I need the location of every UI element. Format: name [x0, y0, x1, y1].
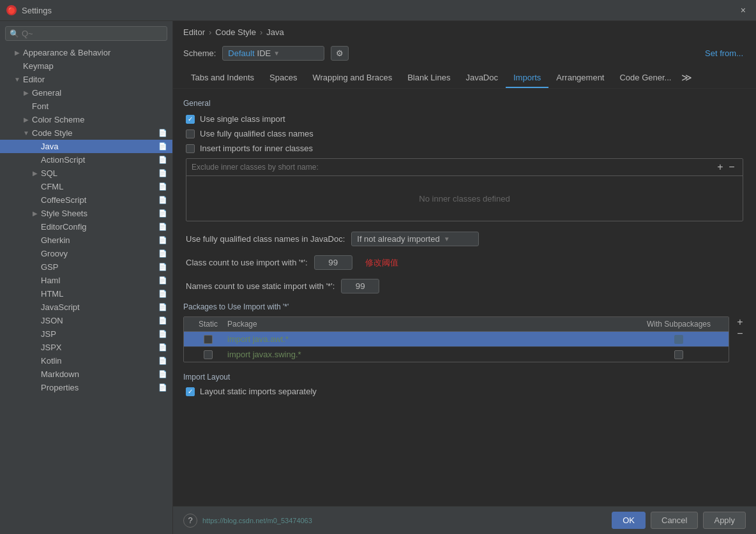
pkg-text-1: import java.awt.* [227, 334, 289, 344]
page-icon-jspx: 📄 [158, 343, 167, 352]
packages-with-actions: Static Package With Subpackages import j… [183, 316, 746, 362]
cancel-button[interactable]: Cancel [651, 512, 698, 529]
header-static: Static [189, 320, 227, 329]
sidebar-item-markdown[interactable]: Markdown📄 [0, 367, 172, 381]
sidebar-item-gsp[interactable]: GSP📄 [0, 260, 172, 274]
pkg-static-checkbox-1[interactable] [204, 335, 213, 344]
sidebar-item-editor[interactable]: ▼Editor [0, 73, 172, 86]
pkg-subpkg-checkbox-2[interactable] [674, 350, 683, 359]
sidebar-item-stylesheets[interactable]: ▶Style Sheets📄 [0, 207, 172, 220]
page-icon-cfml: 📄 [158, 182, 167, 191]
ok-button[interactable]: OK [612, 512, 646, 529]
inner-classes-input[interactable] [192, 163, 714, 172]
content-area: General Use single class import Use full… [173, 89, 756, 506]
set-from-link[interactable]: Set from... [705, 48, 743, 58]
sidebar-item-jsp[interactable]: JSP📄 [0, 327, 172, 341]
import-layout-section: Import Layout Layout static imports sepa… [183, 373, 746, 396]
add-inner-class-button[interactable]: + [714, 161, 726, 173]
sidebar-item-groovy[interactable]: Groovy📄 [0, 247, 172, 260]
scheme-dropdown[interactable]: Default IDE ▼ [222, 46, 324, 61]
tab-spaces[interactable]: Spaces [262, 68, 305, 88]
sidebar-item-haml[interactable]: Haml📄 [0, 274, 172, 287]
use-fully-qualified-checkbox[interactable] [186, 130, 195, 138]
add-package-button[interactable]: + [734, 316, 746, 328]
scheme-label: Scheme: [183, 48, 216, 58]
tab-overflow-button[interactable]: ≫ [679, 67, 695, 88]
packages-section: Packages to Use Import with '*' Static P… [183, 302, 746, 362]
sidebar-item-general[interactable]: ▶General [0, 86, 172, 100]
pkg-static-1 [189, 335, 227, 344]
sidebar-item-gherkin[interactable]: Gherkin📄 [0, 234, 172, 247]
sidebar-item-kotlin[interactable]: Kotlin📄 [0, 354, 172, 367]
sidebar-item-json[interactable]: JSON📄 [0, 314, 172, 327]
class-count-input[interactable] [314, 255, 352, 270]
sidebar-label-groovy: Groovy [41, 249, 156, 258]
sidebar-arrow-json [31, 316, 40, 325]
packages-table: Static Package With Subpackages import j… [183, 316, 729, 362]
sidebar-label-java: Java [41, 142, 156, 151]
sidebar-arrow-kotlin [31, 357, 40, 366]
breadcrumb-sep2: › [260, 27, 262, 37]
sidebar-item-sql[interactable]: ▶SQL📄 [0, 167, 172, 180]
sidebar-item-coffeescript[interactable]: CoffeeScript📄 [0, 193, 172, 207]
bottom-bar: ? https://blog.csdn.net/m0_53474063 OK C… [173, 506, 756, 534]
pkg-name-1: import java.awt.* [227, 334, 634, 344]
sidebar-item-java[interactable]: Java📄 [0, 140, 172, 153]
sidebar-label-codestyle: Code Style [32, 128, 156, 138]
sidebar-item-codestyle[interactable]: ▼Code Style📄 [0, 126, 172, 140]
sidebar-label-gsp: GSP [41, 262, 156, 272]
pkg-name-2: import javax.swing.* [227, 350, 634, 359]
sidebar-label-editor: Editor [23, 75, 167, 84]
tab-javadoc[interactable]: JavaDoc [458, 68, 506, 88]
pkg-subpkg-checkbox-1[interactable] [674, 335, 683, 344]
sidebar-item-javascript[interactable]: JavaScript📄 [0, 300, 172, 314]
close-button[interactable]: × [737, 4, 750, 17]
sidebar-arrow-editorconfig [31, 223, 40, 232]
insert-imports-checkbox[interactable] [186, 144, 195, 153]
header-with-subpackages: With Subpackages [634, 320, 723, 329]
sidebar-label-coffeescript: CoffeeScript [41, 195, 156, 205]
page-icon-groovy: 📄 [158, 249, 167, 258]
tab-code-gen[interactable]: Code Gener... [612, 68, 679, 88]
remove-package-button[interactable]: − [734, 328, 746, 339]
breadcrumb: Editor › Code Style › Java [173, 21, 756, 43]
sidebar-arrow-jsp [31, 330, 40, 339]
sidebar-item-properties[interactable]: Properties📄 [0, 381, 172, 394]
layout-static-row: Layout static imports separately [183, 387, 746, 396]
package-row-1[interactable]: import java.awt.* [184, 332, 729, 347]
tab-blank-lines[interactable]: Blank Lines [400, 68, 458, 88]
sidebar: 🔍 ▶Appearance & BehaviorKeymap▼Editor▶Ge… [0, 21, 173, 534]
sidebar-label-html: HTML [41, 289, 156, 299]
tab-wrapping[interactable]: Wrapping and Braces [305, 68, 400, 88]
scheme-ide: IDE [257, 48, 271, 58]
javadoc-dropdown[interactable]: If not already imported ▼ [351, 232, 479, 246]
names-count-input[interactable] [341, 279, 379, 293]
layout-static-checkbox[interactable] [186, 387, 195, 396]
sidebar-item-cfml[interactable]: CFML📄 [0, 180, 172, 193]
sidebar-item-keymap[interactable]: Keymap [0, 59, 172, 73]
page-icon-html: 📄 [158, 290, 167, 299]
tab-tabs-indents[interactable]: Tabs and Indents [183, 68, 262, 88]
use-single-class-checkbox[interactable] [186, 115, 195, 124]
sidebar-item-html[interactable]: HTML📄 [0, 287, 172, 300]
pkg-static-checkbox-2[interactable] [204, 350, 213, 359]
class-count-label: Class count to use import with '*': [186, 258, 308, 267]
tab-arrangement[interactable]: Arrangement [548, 68, 612, 88]
gear-button[interactable]: ⚙ [331, 46, 349, 61]
sidebar-item-editorconfig[interactable]: EditorConfig📄 [0, 220, 172, 234]
help-button[interactable]: ? [183, 514, 197, 528]
tab-imports[interactable]: Imports [506, 68, 548, 88]
sidebar-item-font[interactable]: Font [0, 100, 172, 113]
package-row-2[interactable]: import javax.swing.* [184, 347, 729, 362]
search-box[interactable]: 🔍 [5, 26, 167, 41]
sidebar-item-actionscript[interactable]: ActionScript📄 [0, 153, 172, 167]
chevron-down-icon: ▼ [273, 50, 280, 57]
page-icon-gherkin: 📄 [158, 236, 167, 245]
apply-button[interactable]: Apply [703, 512, 746, 529]
sidebar-item-colorscheme[interactable]: ▶Color Scheme [0, 113, 172, 126]
sidebar-item-jspx[interactable]: JSPX📄 [0, 341, 172, 354]
tabs-bar: Tabs and IndentsSpacesWrapping and Brace… [173, 67, 756, 89]
remove-inner-class-button[interactable]: − [726, 161, 737, 173]
search-input[interactable] [22, 29, 163, 38]
sidebar-item-appearance[interactable]: ▶Appearance & Behavior [0, 46, 172, 59]
